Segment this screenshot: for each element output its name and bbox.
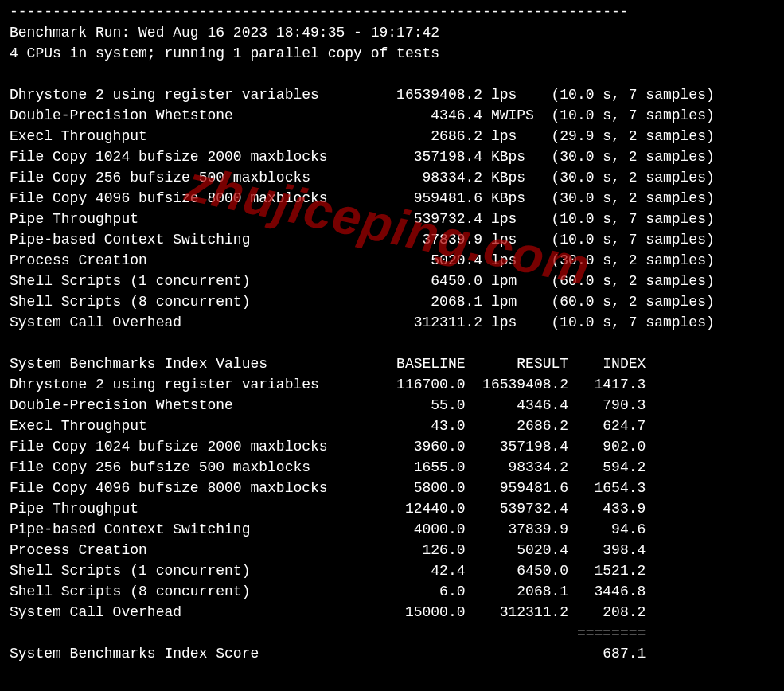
terminal-output: ----------------------------------------… [0,0,784,673]
